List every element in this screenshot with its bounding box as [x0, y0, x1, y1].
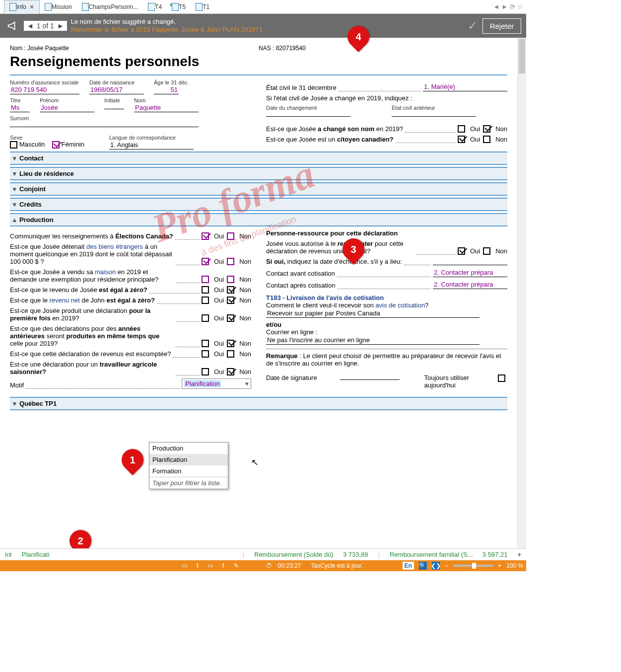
doc-icon[interactable]: ▭	[207, 562, 214, 570]
section-label: Conjoint	[19, 185, 46, 193]
auth-non[interactable]	[483, 247, 490, 255]
date-change-field[interactable]	[266, 115, 350, 117]
section-quebec[interactable]: ▾Québec TP1	[10, 397, 507, 410]
after-field[interactable]: 2. Contacter prépara	[433, 280, 507, 289]
accept-icon[interactable]: ✓	[468, 19, 478, 33]
first-oui[interactable]	[202, 314, 209, 322]
citizen-non-checkbox[interactable]	[483, 136, 490, 143]
first-non[interactable]	[227, 314, 234, 322]
code-icon[interactable]: ❮❯	[432, 562, 440, 570]
delivery-field[interactable]: Recevoir sur papier par Postes Canada	[266, 309, 480, 318]
marital-status-field[interactable]: 1. Marié(e)	[423, 82, 507, 91]
sign-date-field[interactable]	[340, 378, 400, 380]
lang-field[interactable]: 1. Anglais	[109, 141, 194, 149]
back-icon[interactable]: ◄	[493, 3, 499, 10]
section-production[interactable]: ▴Production	[10, 213, 507, 226]
section-contact[interactable]: ▾Contact	[10, 151, 507, 165]
add-segment-icon[interactable]: +	[517, 551, 521, 558]
tab-t1[interactable]: T1	[191, 0, 214, 14]
prev-status-field[interactable]	[392, 115, 476, 117]
netzero-oui[interactable]	[202, 297, 209, 304]
pencil-icon[interactable]: ✎	[232, 562, 240, 570]
alert-icon[interactable]: !	[219, 562, 227, 570]
search-icon[interactable]: 🔍	[419, 562, 427, 570]
zoom-slider[interactable]	[453, 565, 493, 567]
netincome-link[interactable]: revenu net	[50, 297, 80, 304]
zoom-handle[interactable]	[472, 563, 476, 569]
identity-block: Numéro d'assurance sociale820 719 540 Da…	[10, 79, 507, 149]
elections-oui[interactable]	[202, 232, 209, 240]
avis-link[interactable]: avis de cotisation	[375, 301, 425, 309]
agri-non[interactable]	[227, 368, 234, 375]
prev-icon[interactable]: ◄	[27, 22, 34, 30]
prior-oui[interactable]	[202, 340, 209, 347]
motif-option-planification[interactable]: Planification	[149, 454, 228, 465]
always-today-checkbox[interactable]	[498, 374, 505, 382]
zero-oui[interactable]	[202, 286, 209, 294]
vertical-scrollbar[interactable]	[517, 38, 526, 548]
oui-label: Oui	[214, 297, 224, 304]
sex-male-checkbox[interactable]	[10, 141, 17, 149]
house-oui[interactable]	[202, 276, 209, 283]
foreign-oui[interactable]	[202, 258, 209, 265]
motif-dropdown[interactable]: Planification▾	[182, 378, 251, 389]
scrollbar-thumb[interactable]	[519, 39, 525, 74]
forward-icon[interactable]: ►	[501, 3, 508, 10]
refund-segment[interactable]: Remboursement (Solde dû) 3 733,89	[254, 551, 368, 558]
mail-field[interactable]: Ne pas l'inscrire au courrier en ligne	[266, 336, 480, 345]
auth-oui[interactable]	[458, 247, 465, 255]
doc-icon[interactable]: ▭	[181, 562, 189, 570]
statusbar-seg-left[interactable]: int	[5, 551, 12, 558]
statusbar-seg-plan[interactable]: Planificati	[22, 551, 50, 558]
section-credits[interactable]: ▾Crédits	[10, 198, 507, 211]
tab-champs[interactable]: ChampsPersonn...	[77, 0, 143, 14]
prior-non[interactable]	[227, 340, 234, 347]
name-change-non-checkbox[interactable]	[483, 125, 490, 133]
discount-non[interactable]	[227, 350, 234, 358]
notification-pager[interactable]: ◄ 1 of 1 ►	[24, 21, 67, 31]
next-icon[interactable]: ►	[57, 22, 64, 30]
agri-oui[interactable]	[202, 368, 209, 375]
expiry-field[interactable]	[433, 264, 507, 265]
tab-mission[interactable]: Mission	[40, 0, 77, 14]
close-icon[interactable]: ✕	[29, 3, 34, 10]
star-icon[interactable]: ☆	[517, 3, 523, 10]
lastname-field[interactable]: Paquette	[134, 103, 199, 112]
surname-field[interactable]	[10, 126, 199, 127]
zoom-in-icon[interactable]: +	[498, 562, 501, 569]
tab-t5[interactable]: T5	[167, 0, 191, 14]
netzero-non[interactable]	[227, 297, 234, 304]
discount-oui[interactable]	[202, 350, 209, 358]
zoom-out-icon[interactable]: −	[445, 562, 448, 569]
citizen-oui-checkbox[interactable]	[458, 136, 465, 143]
zero-non[interactable]	[227, 286, 234, 294]
before-field[interactable]: 2. Contacter prépara	[433, 268, 507, 277]
foreign-non[interactable]	[227, 258, 234, 265]
lang-toggle[interactable]: En	[403, 562, 414, 570]
foreign-property-link[interactable]: des biens étrangers	[86, 243, 143, 250]
house-non[interactable]	[227, 276, 234, 283]
age-field[interactable]: 51	[154, 85, 179, 94]
dob-field[interactable]: 1968/05/17	[89, 85, 144, 94]
house-link[interactable]: maison	[95, 268, 116, 276]
motif-option-formation[interactable]: Formation	[149, 465, 228, 477]
section-residence[interactable]: ▾Lieu de résidence	[10, 167, 507, 180]
motif-label: Motif	[10, 381, 24, 389]
section-conjoint[interactable]: ▾Conjoint	[10, 182, 507, 196]
reject-button[interactable]: Rejeter	[483, 18, 521, 34]
elections-non[interactable]	[227, 232, 234, 240]
title-field[interactable]: Ms	[10, 103, 30, 112]
refresh-icon[interactable]: ⟳	[510, 3, 515, 10]
sin-field[interactable]: 820 719 540	[10, 85, 79, 94]
initial-field[interactable]	[104, 108, 124, 109]
t183-heading[interactable]: T183 - Livraison de l'avis de cotisation	[266, 294, 507, 301]
family-refund-segment[interactable]: Remboursement familial (S... 3 597,21	[390, 551, 507, 558]
tab-t4[interactable]: T4	[143, 0, 167, 14]
sex-female-checkbox[interactable]	[52, 141, 60, 149]
alert-icon[interactable]: !	[194, 562, 202, 570]
tab-info[interactable]: Info ✕	[4, 0, 40, 14]
motif-option-production[interactable]: Production	[149, 443, 228, 454]
timer-icon[interactable]: ⏱	[265, 562, 273, 570]
name-change-oui-checkbox[interactable]	[458, 125, 465, 133]
firstname-field[interactable]: Josée	[40, 103, 94, 112]
